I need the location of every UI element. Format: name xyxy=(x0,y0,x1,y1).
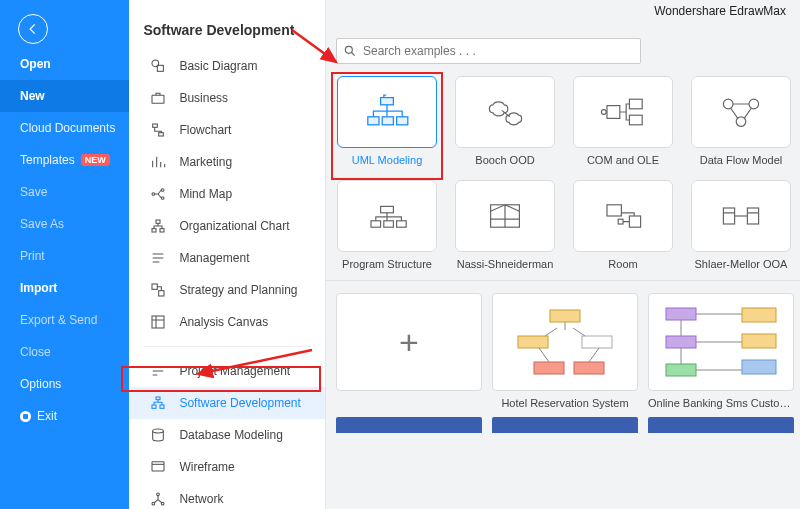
svg-rect-23 xyxy=(381,98,394,105)
category-mind-map[interactable]: Mind Map xyxy=(129,178,325,210)
tile-booch-ood[interactable]: Booch OOD xyxy=(454,76,556,166)
svg-rect-2 xyxy=(152,95,164,103)
svg-rect-36 xyxy=(384,221,394,227)
svg-rect-27 xyxy=(607,106,620,119)
svg-rect-8 xyxy=(156,220,160,223)
list-icon xyxy=(149,249,167,267)
svg-point-6 xyxy=(162,189,165,192)
sidebar-item-open[interactable]: Open xyxy=(0,48,129,80)
svg-rect-12 xyxy=(159,291,164,296)
sidebar-item-options[interactable]: Options xyxy=(0,368,129,400)
search-box[interactable] xyxy=(336,38,641,64)
plus-icon: + xyxy=(399,323,419,362)
tile-room[interactable]: Room xyxy=(572,180,674,270)
svg-rect-43 xyxy=(747,208,758,224)
category-org-chart[interactable]: Organizational Chart xyxy=(129,210,325,242)
shapes-icon xyxy=(149,57,167,75)
template-hotel-reservation[interactable]: Hotel Reservation System xyxy=(492,293,638,409)
tile-data-flow-model[interactable]: Data Flow Model xyxy=(690,76,792,166)
sidebar-item-print[interactable]: Print xyxy=(0,240,129,272)
category-marketing[interactable]: Marketing xyxy=(129,146,325,178)
template-online-banking[interactable]: Online Banking Sms Customer xyxy=(648,293,794,409)
svg-rect-16 xyxy=(160,405,164,408)
exit-icon xyxy=(20,411,31,422)
tile-program-structure[interactable]: Program Structure xyxy=(336,180,438,270)
sidebar-item-cloud-documents[interactable]: Cloud Documents xyxy=(0,112,129,144)
svg-point-32 xyxy=(749,99,759,109)
sidebar-item-close[interactable]: Close xyxy=(0,336,129,368)
category-wireframe[interactable]: Wireframe xyxy=(129,451,325,483)
wireframe-icon xyxy=(149,458,167,476)
sidebar-item-new[interactable]: New xyxy=(0,80,129,112)
tile-shlaer-mellor[interactable]: Shlaer-Mellor OOA xyxy=(690,180,792,270)
back-button[interactable] xyxy=(18,14,48,44)
bars-icon xyxy=(149,362,167,380)
svg-rect-29 xyxy=(629,99,642,109)
svg-rect-34 xyxy=(381,206,394,212)
category-management[interactable]: Management xyxy=(129,242,325,274)
svg-rect-52 xyxy=(742,308,776,322)
category-database-modeling[interactable]: Database Modeling xyxy=(129,419,325,451)
search-input[interactable] xyxy=(363,44,634,58)
category-flowchart[interactable]: Flowchart xyxy=(129,114,325,146)
template-row-peek xyxy=(326,409,800,433)
chart-icon xyxy=(149,153,167,171)
file-sidebar: Open New Cloud Documents TemplatesNEW Sa… xyxy=(0,0,129,509)
category-header: Software Development xyxy=(129,0,325,50)
tile-uml-modeling[interactable]: UML Modeling xyxy=(336,76,438,166)
svg-rect-46 xyxy=(582,336,612,348)
new-badge: NEW xyxy=(81,154,110,166)
network-icon xyxy=(149,490,167,508)
svg-rect-54 xyxy=(742,360,776,374)
main-area: Wondershare EdrawMax UML Modeling Booch … xyxy=(326,0,800,509)
svg-rect-45 xyxy=(518,336,548,348)
svg-rect-47 xyxy=(534,362,564,374)
svg-point-31 xyxy=(723,99,733,109)
search-icon xyxy=(343,44,357,58)
sidebar-item-save[interactable]: Save xyxy=(0,176,129,208)
svg-rect-37 xyxy=(397,221,407,227)
svg-rect-48 xyxy=(574,362,604,374)
category-analysis-canvas[interactable]: Analysis Canvas xyxy=(129,306,325,338)
svg-point-28 xyxy=(601,110,606,115)
db-icon xyxy=(149,426,167,444)
svg-rect-51 xyxy=(666,364,696,376)
template-blank[interactable]: + xyxy=(336,293,482,409)
svg-rect-3 xyxy=(153,124,158,127)
svg-rect-42 xyxy=(723,208,734,224)
svg-rect-35 xyxy=(371,221,381,227)
svg-rect-1 xyxy=(158,65,164,71)
category-software-development[interactable]: Software Development xyxy=(129,387,325,419)
svg-rect-14 xyxy=(156,397,160,400)
sidebar-item-exit[interactable]: Exit xyxy=(0,400,129,432)
svg-rect-9 xyxy=(152,229,156,232)
template-peek[interactable] xyxy=(336,417,482,433)
sidebar-item-import[interactable]: Import xyxy=(0,272,129,304)
category-business[interactable]: Business xyxy=(129,82,325,114)
category-basic-diagram[interactable]: Basic Diagram xyxy=(129,50,325,82)
category-separator xyxy=(143,346,311,347)
svg-point-5 xyxy=(152,193,155,196)
svg-rect-44 xyxy=(550,310,580,322)
svg-rect-10 xyxy=(160,229,164,232)
sidebar-item-save-as[interactable]: Save As xyxy=(0,208,129,240)
diagram-type-grid: UML Modeling Booch OOD COM and OLE Data … xyxy=(326,76,800,280)
category-strategy[interactable]: Strategy and Planning xyxy=(129,274,325,306)
sidebar-item-templates[interactable]: TemplatesNEW xyxy=(0,144,129,176)
svg-point-22 xyxy=(345,46,352,53)
category-network[interactable]: Network xyxy=(129,483,325,509)
sidebar-item-export-send[interactable]: Export & Send xyxy=(0,304,129,336)
template-peek[interactable] xyxy=(492,417,638,433)
template-peek[interactable] xyxy=(648,417,794,433)
svg-rect-40 xyxy=(629,216,640,227)
svg-rect-13 xyxy=(152,316,164,328)
tile-nassi-shneiderman[interactable]: Nassi-Shneiderman xyxy=(454,180,556,270)
category-list[interactable]: Basic Diagram Business Flowchart Marketi… xyxy=(129,50,325,509)
canvas-icon xyxy=(149,313,167,331)
flowchart-icon xyxy=(149,121,167,139)
category-project-management[interactable]: Project Management xyxy=(129,355,325,387)
svg-rect-4 xyxy=(159,133,164,136)
svg-rect-50 xyxy=(666,336,696,348)
plan-icon xyxy=(149,281,167,299)
tile-com-and-ole[interactable]: COM and OLE xyxy=(572,76,674,166)
